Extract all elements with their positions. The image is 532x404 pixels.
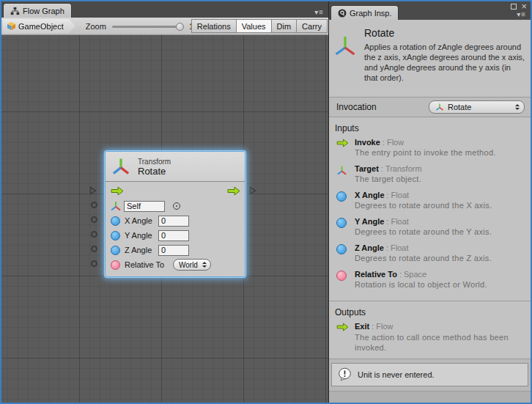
- toolbar-button-group: Relations Values Dim Carry: [192, 19, 328, 33]
- x-angle-port-handle[interactable]: [91, 216, 97, 223]
- port-circle-icon: [91, 260, 97, 267]
- port-row-relative-to: Relative To:Space Rotation is local to o…: [335, 270, 525, 296]
- warning-zone: Unit is never entered.: [329, 359, 531, 403]
- port-row-invoke: Invoke:Flow The entry point to invoke th…: [335, 138, 525, 164]
- float-port-icon[interactable]: [111, 246, 120, 255]
- transform-axes-icon: [111, 156, 130, 177]
- float-port-icon[interactable]: [111, 231, 120, 240]
- port-name: Z Angle: [355, 243, 384, 252]
- relative-to-port-handle[interactable]: [91, 260, 97, 267]
- float-port-icon: [336, 218, 347, 228]
- float-port-icon: [336, 191, 347, 202]
- node-x-angle-row: X Angle: [106, 213, 245, 228]
- port-name: Y Angle: [355, 217, 384, 226]
- invoke-flow-arrow-icon[interactable]: [111, 186, 124, 196]
- port-circle-icon: [91, 202, 97, 208]
- transform-axes-icon: [333, 32, 357, 59]
- graph-inspector-panel: Graph Insp. × ▾≡ Rotate Applies a rotati…: [329, 1, 531, 403]
- invocation-row: Invocation Rotate: [329, 98, 531, 117]
- transform-axes-icon: [110, 200, 122, 212]
- port-description: Rotation is local to object or World.: [355, 280, 487, 289]
- window-controls: ×: [511, 3, 527, 10]
- port-description: The entry point to invoke the method.: [355, 148, 496, 157]
- inputs-title: Inputs: [335, 123, 525, 138]
- node-header-text: Transform Rotate: [138, 157, 171, 176]
- bottom-strip: [329, 391, 531, 403]
- flow-arrow-icon: [336, 323, 349, 331]
- port-type: Flow: [387, 138, 404, 147]
- inspector-title: Rotate: [364, 27, 525, 39]
- inspector-header: Rotate Applies a rotation of zAngle degr…: [329, 20, 531, 98]
- rotate-node-header[interactable]: Transform Rotate: [106, 152, 245, 182]
- maximize-icon[interactable]: [511, 4, 517, 10]
- port-description: Degrees to rotate around the Z axis.: [355, 254, 492, 262]
- exit-flow-arrow-icon[interactable]: [227, 186, 240, 196]
- y-angle-port-handle[interactable]: [91, 231, 97, 238]
- zoom-slider-thumb[interactable]: [176, 23, 184, 31]
- zoom-slider-track[interactable]: [112, 26, 184, 28]
- port-circle-icon: [91, 231, 97, 238]
- graph-canvas[interactable]: Transform Rotate: [1, 35, 328, 403]
- flow-graph-tab-strip: Flow Graph ▾≡: [1, 1, 328, 18]
- target-port-handle[interactable]: [91, 202, 97, 208]
- invocation-dropdown[interactable]: Rotate: [429, 100, 525, 114]
- carry-button[interactable]: Carry: [296, 19, 328, 33]
- rotate-node[interactable]: Transform Rotate: [105, 151, 245, 277]
- port-name: X Angle: [355, 191, 385, 199]
- object-picker-icon[interactable]: [173, 202, 180, 210]
- invocation-value: Rotate: [448, 103, 511, 111]
- target-value-input[interactable]: [124, 201, 165, 212]
- invocation-label: Invocation: [336, 102, 377, 112]
- port-type: Transform: [385, 164, 422, 173]
- node-y-angle-row: Y Angle: [106, 228, 245, 243]
- enum-port-icon[interactable]: [111, 260, 120, 270]
- breadcrumb-gameobject[interactable]: GameObject: [3, 19, 75, 34]
- relations-button[interactable]: Relations: [191, 19, 237, 33]
- port-name: Relative To: [355, 270, 397, 279]
- port-description: The target object.: [355, 175, 422, 183]
- tab-graph-inspector[interactable]: Graph Insp.: [330, 5, 399, 20]
- panel-menu-icon[interactable]: ▾≡: [517, 10, 526, 18]
- port-separator: :: [380, 138, 387, 147]
- values-button[interactable]: Values: [236, 19, 272, 33]
- port-type: Float: [391, 243, 408, 252]
- y-angle-input[interactable]: [158, 230, 189, 241]
- node-target-row: [106, 199, 245, 213]
- node-z-angle-row: Z Angle: [106, 243, 245, 257]
- port-type: Float: [391, 191, 409, 199]
- port-row-exit: Exit:Flow The action to call once method…: [335, 322, 525, 353]
- dim-button[interactable]: Dim: [271, 19, 298, 33]
- inspector-tab-strip: Graph Insp. × ▾≡: [329, 1, 531, 20]
- z-angle-port-handle[interactable]: [91, 246, 97, 252]
- warning-box: Unit is never entered.: [331, 363, 528, 386]
- warning-text: Unit is never entered.: [358, 370, 435, 379]
- inspector-description: Applies a rotation of zAngle degrees aro…: [364, 42, 525, 83]
- breadcrumb-label: GameObject: [18, 22, 64, 31]
- x-angle-label: X Angle: [125, 216, 158, 225]
- port-separator: :: [385, 191, 391, 199]
- input-flow-port-handle[interactable]: [89, 186, 97, 197]
- port-separator: :: [397, 270, 404, 279]
- enum-port-icon: [336, 271, 347, 281]
- node-title: Rotate: [138, 166, 171, 176]
- close-icon[interactable]: ×: [521, 3, 527, 10]
- relative-to-dropdown[interactable]: World: [173, 259, 211, 271]
- node-flow-row: [106, 183, 245, 199]
- port-row-y-angle: Y Angle:Float Degrees to rotate around t…: [335, 217, 525, 243]
- port-separator: :: [384, 243, 391, 252]
- flow-graph-panel: Flow Graph ▾≡ GameObject Zoom 1x Relatio…: [1, 1, 328, 403]
- relative-to-value: World: [179, 261, 198, 269]
- y-angle-label: Y Angle: [125, 231, 158, 240]
- transform-axes-icon: [435, 103, 444, 111]
- port-row-target: Target:Transform The target object.: [335, 164, 525, 191]
- port-description: The action to call once method has been …: [355, 332, 525, 353]
- x-angle-input[interactable]: [158, 216, 189, 227]
- float-port-icon[interactable]: [111, 216, 120, 226]
- port-row-x-angle: X Angle:Float Degrees to rotate around t…: [335, 191, 525, 217]
- tab-flow-graph[interactable]: Flow Graph: [3, 3, 72, 18]
- z-angle-input[interactable]: [158, 245, 189, 256]
- port-row-z-angle: Z Angle:Float Degrees to rotate around t…: [335, 243, 525, 270]
- panel-menu-icon[interactable]: ▾≡: [314, 8, 324, 16]
- exit-flow-port-handle[interactable]: [249, 186, 256, 197]
- zoom-slider[interactable]: [112, 22, 184, 31]
